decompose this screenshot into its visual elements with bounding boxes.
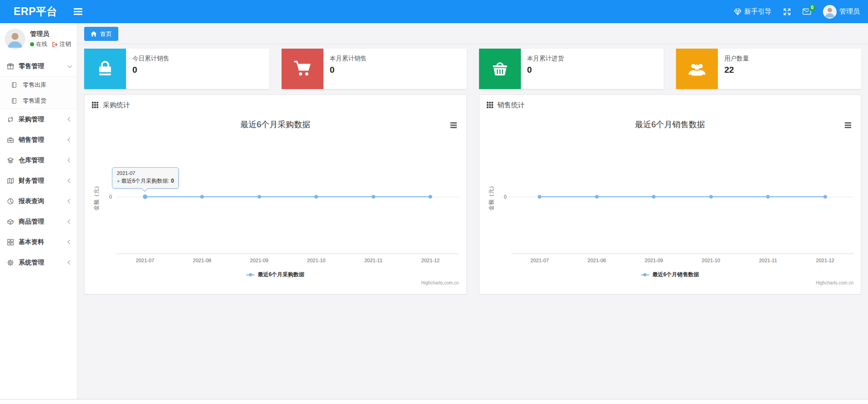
gear-icon — [7, 259, 17, 266]
page-footer — [0, 399, 868, 404]
tab-bar: 首页 — [77, 23, 868, 44]
stat-card-month-purchase: 本月累计进货 0 — [479, 49, 664, 89]
data-point[interactable] — [652, 195, 656, 199]
fullscreen-button[interactable] — [783, 8, 791, 15]
chart-context-menu-button[interactable] — [449, 121, 458, 130]
logout-label: 注销 — [60, 40, 71, 48]
sidebar-item-label: 采购管理 — [19, 115, 68, 124]
stat-card-today-sales: 今日累计销售 0 — [84, 49, 269, 89]
user-name-label: 管理员 — [839, 7, 860, 16]
sidebar-item-goods[interactable]: 商品管理 — [0, 211, 77, 232]
sidebar-item-retail-outbound[interactable]: 零售出库 — [0, 77, 77, 93]
guide-label: 新手引导 — [744, 7, 772, 16]
x-axis-line — [116, 254, 459, 254]
sidebar-item-label: 仓库管理 — [19, 156, 68, 165]
data-point[interactable] — [709, 195, 713, 199]
users-icon — [686, 59, 707, 80]
x-axis-tick-label: 2021-10 — [296, 258, 337, 263]
sidebar-item-reports[interactable]: 报表查询 — [0, 191, 77, 211]
data-point[interactable] — [314, 195, 318, 199]
sales-chart: 最近6个月销售数据金额（元）02021-072021-082021-092021… — [479, 114, 861, 289]
legend-marker-icon — [641, 274, 649, 275]
chevron-left-icon — [68, 138, 72, 142]
x-axis-tick-label: 2021-09 — [633, 258, 674, 263]
cart-icon — [292, 59, 313, 80]
chevron-left-icon — [68, 199, 72, 204]
logout-button[interactable]: 注销 — [52, 40, 71, 48]
y-axis-tick-label: 0 — [85, 194, 112, 200]
tab-label: 首页 — [100, 30, 112, 38]
data-point[interactable] — [143, 195, 147, 199]
x-axis-tick-label: 2021-08 — [576, 258, 617, 263]
chart-legend-item[interactable]: 最近6个月采购数据 — [85, 271, 466, 279]
data-point[interactable] — [429, 195, 432, 199]
sales-stats-panel: 销售统计 最近6个月销售数据金额（元）02021-072021-082021-0… — [479, 95, 862, 294]
sidebar-item-finance[interactable]: 财务管理 — [0, 170, 77, 191]
sidebar-item-label: 财务管理 — [19, 177, 68, 185]
main-content: 首页 今日累计销售 0 — [77, 23, 868, 399]
stat-card-title: 用户数量 — [724, 55, 749, 63]
ledger-icon — [7, 177, 17, 185]
data-point[interactable] — [766, 195, 770, 199]
app-brand[interactable]: ERP平台 — [0, 5, 70, 19]
chevron-left-icon — [68, 240, 72, 244]
tooltip-category: 2021-07 — [117, 170, 174, 176]
grid-icon — [7, 239, 17, 246]
sidebar-item-sales[interactable]: 销售管理 — [0, 130, 77, 150]
x-axis-tick-label: 2021-07 — [125, 258, 166, 263]
sidebar-item-label: 商品管理 — [19, 218, 68, 226]
sidebar-item-retail[interactable]: 零售管理 — [0, 56, 77, 76]
x-axis-tick-label: 2021-12 — [410, 258, 451, 263]
sidebar-item-warehouse[interactable]: 仓库管理 — [0, 150, 77, 170]
sidebar-item-basic-data[interactable]: 基本资料 — [0, 232, 77, 252]
user-menu[interactable]: 管理员 — [823, 5, 860, 19]
x-axis-tick-label: 2021-08 — [182, 258, 222, 263]
chevron-left-icon — [68, 158, 72, 163]
box-icon — [7, 218, 17, 225]
gem-icon — [734, 8, 742, 15]
chart-context-menu-button[interactable] — [843, 121, 853, 130]
purchase-stats-panel: 采购统计 最近6个月采购数据金额（元）02021-072021-082021-0… — [84, 95, 467, 294]
guide-button[interactable]: 新手引导 — [734, 7, 772, 16]
avatar — [823, 5, 837, 19]
x-axis-tick-label: 2021-12 — [805, 258, 846, 263]
sidebar-item-retail-return[interactable]: 零售退货 — [0, 93, 77, 109]
tooltip-series-dot-icon: ● — [117, 178, 120, 184]
stat-card-title: 本月累计销售 — [330, 55, 367, 63]
data-point[interactable] — [823, 195, 827, 199]
layers-icon — [7, 157, 17, 164]
chevron-left-icon — [68, 219, 72, 224]
y-axis-tick-label: 0 — [479, 194, 507, 200]
data-point[interactable] — [538, 195, 541, 199]
tooltip-arrow — [141, 185, 148, 191]
tooltip-value-row: ●最近6个月采购数据: 0 — [117, 177, 174, 185]
th-grid-icon — [487, 102, 494, 109]
sidebar-menu: 零售管理 零售出库 零售退货 — [0, 56, 77, 273]
journal-icon — [11, 98, 21, 104]
data-point[interactable] — [257, 195, 261, 199]
sidebar-item-system[interactable]: 系统管理 — [0, 252, 77, 273]
stat-card-value: 22 — [724, 65, 749, 75]
legend-label: 最近6个月采购数据 — [257, 271, 304, 279]
tab-home[interactable]: 首页 — [84, 27, 118, 41]
chart-tooltip: 2021-07●最近6个月采购数据: 0 — [112, 167, 179, 189]
top-navbar: ERP平台 新手引导 0 — [0, 0, 868, 23]
messages-button[interactable]: 0 — [802, 8, 811, 15]
legend-marker-icon — [246, 274, 254, 275]
panel-title: 采购统计 — [103, 101, 130, 110]
sidebar: 管理员 在线 注销 — [0, 23, 77, 399]
data-point[interactable] — [200, 195, 204, 199]
chart-legend-item[interactable]: 最近6个月销售数据 — [479, 271, 861, 279]
chart-panels-row: 采购统计 最近6个月采购数据金额（元）02021-072021-082021-0… — [77, 89, 868, 294]
highcharts-credit-link[interactable]: Highcharts.com.cn — [816, 280, 853, 285]
stat-card-value: 0 — [527, 65, 564, 75]
sidebar-toggle-button[interactable] — [70, 5, 86, 19]
sidebar-item-purchase[interactable]: 采购管理 — [0, 109, 77, 130]
pie-chart-icon — [7, 198, 17, 205]
highcharts-credit-link[interactable]: Highcharts.com.cn — [421, 280, 459, 285]
retail-submenu: 零售出库 零售退货 — [0, 76, 77, 109]
chevron-down-icon — [68, 63, 72, 68]
sidebar-item-label: 销售管理 — [19, 136, 68, 144]
data-point[interactable] — [595, 195, 599, 199]
data-point[interactable] — [372, 195, 375, 199]
